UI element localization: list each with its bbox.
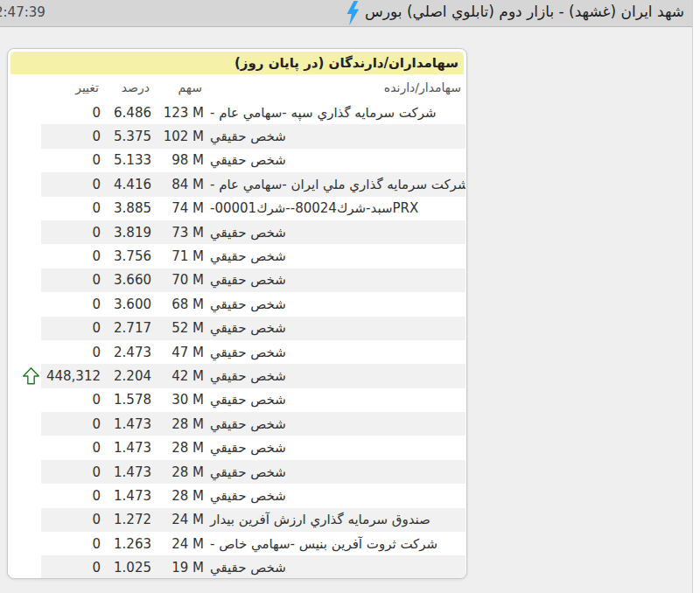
holder-name: شرکت سرمايه گذاري سپه -سهامي عام - — [206, 101, 466, 124]
percent-value: 3.600 — [103, 292, 154, 316]
panel-title: سهامداران/دارندگان (در پايان روز) — [10, 52, 464, 74]
table-row: شخص حقيقي 28 M 1.473 0 — [8, 412, 466, 436]
holder-name: شخص حقيقي — [206, 292, 466, 316]
table-row: شرکت سرمايه گذاري ملي ايران -سهامي عام -… — [8, 172, 466, 196]
column-header-percent: درصد — [103, 80, 154, 94]
change-direction-cell — [17, 388, 41, 412]
shares-value: 52 M — [154, 317, 206, 340]
change-direction-cell — [17, 292, 41, 316]
table-header-row: سهامدار/دارنده سهم درصد تغيير — [8, 74, 466, 101]
change-direction-cell — [17, 244, 41, 268]
table-row: شخص حقيقي 102 M 5.375 0 — [8, 124, 466, 148]
change-direction-cell — [17, 484, 41, 507]
change-value: 0 — [41, 197, 103, 220]
change-value: 0 — [41, 269, 103, 292]
change-value: 0 — [41, 317, 103, 340]
table-row: شخص حقيقي 42 M 2.204 448,312 — [8, 364, 466, 387]
scrollbar-gutter[interactable] — [692, 0, 700, 593]
change-value: 0 — [41, 388, 103, 412]
holder-name: شخص حقيقي — [206, 555, 466, 579]
percent-value: 2.204 — [103, 364, 154, 387]
table-row: شخص حقيقي 19 M 1.025 0 — [8, 555, 466, 579]
holder-name: شخص حقيقي — [206, 436, 466, 459]
shares-value: 84 M — [154, 172, 206, 196]
percent-value: 3.660 — [103, 269, 154, 292]
change-value: 0 — [41, 436, 103, 459]
change-value: 0 — [41, 340, 103, 364]
change-direction-cell — [17, 220, 41, 244]
change-value: 0 — [41, 555, 103, 579]
change-value: 0 — [41, 149, 103, 172]
percent-value: 1.473 — [103, 436, 154, 459]
window-titlebar: 2:47:39 شهد ايران (غشهد) - بازار دوم (تا… — [0, 0, 692, 27]
change-value: 0 — [41, 412, 103, 436]
shares-value: 68 M — [154, 292, 206, 316]
instrument-title: شهد ايران (غشهد) - بازار دوم (تابلوي اصل… — [365, 3, 684, 20]
change-direction-cell — [17, 101, 41, 124]
shares-value: 28 M — [154, 484, 206, 507]
holder-name: صندوق سرمايه گذاري ارزش آفرين بيدار — [206, 508, 466, 532]
shares-value: 98 M — [154, 149, 206, 172]
change-direction-cell — [17, 436, 41, 459]
percent-value: 3.756 — [103, 244, 154, 268]
table-row: شخص حقيقي 52 M 2.717 0 — [8, 317, 466, 340]
shares-value: 74 M — [154, 197, 206, 220]
table-row: شخص حقيقي 47 M 2.473 0 — [8, 340, 466, 364]
shares-value: 123 M — [154, 101, 206, 124]
shares-value: 24 M — [154, 532, 206, 555]
change-value: 448,312 — [41, 364, 103, 387]
table-row: شخص حقيقي 28 M 1.473 0 — [8, 484, 466, 507]
change-direction-cell — [17, 317, 41, 340]
percent-value: 5.133 — [103, 149, 154, 172]
change-direction-cell — [17, 340, 41, 364]
shares-value: 42 M — [154, 364, 206, 387]
change-value: 0 — [41, 172, 103, 196]
column-header-holder: سهامدار/دارنده — [206, 80, 466, 94]
table-row: شرکت ثروت آفرين بنيس -سهامي خاص - 24 M 1… — [8, 532, 466, 555]
holder-name: شرکت ثروت آفرين بنيس -سهامي خاص - — [206, 532, 466, 555]
change-direction-cell — [17, 460, 41, 484]
shares-value: 73 M — [154, 220, 206, 244]
holder-name: شرکت سرمايه گذاري ملي ايران -سهامي عام - — [206, 172, 466, 196]
change-direction-cell — [17, 197, 41, 220]
holder-name: شخص حقيقي — [206, 317, 466, 340]
holder-name: شخص حقيقي — [206, 484, 466, 507]
shares-value: 47 M — [154, 340, 206, 364]
holder-name: شخص حقيقي — [206, 244, 466, 268]
percent-value: 1.473 — [103, 484, 154, 507]
percent-value: 6.486 — [103, 101, 154, 124]
holder-name: شخص حقيقي — [206, 412, 466, 436]
table-row: PRXسبد-شرك80024--شرك00001- 74 M 3.885 0 — [8, 197, 466, 220]
shares-value: 28 M — [154, 436, 206, 459]
holder-name: PRXسبد-شرك80024--شرك00001- — [206, 197, 466, 220]
table-row: شخص حقيقي 28 M 1.473 0 — [8, 460, 466, 484]
change-value: 0 — [41, 220, 103, 244]
shares-value: 102 M — [154, 124, 206, 148]
holder-name: شخص حقيقي — [206, 460, 466, 484]
table-row: شخص حقيقي 98 M 5.133 0 — [8, 149, 466, 172]
change-value: 0 — [41, 460, 103, 484]
percent-value: 3.819 — [103, 220, 154, 244]
table-row: شرکت سرمايه گذاري سپه -سهامي عام - 123 M… — [8, 101, 466, 124]
change-direction-cell — [17, 364, 41, 387]
change-value: 0 — [41, 124, 103, 148]
holders-rows: شرکت سرمايه گذاري سپه -سهامي عام - 123 M… — [8, 101, 466, 579]
change-direction-cell — [17, 532, 41, 555]
shares-value: 28 M — [154, 460, 206, 484]
lightning-icon — [345, 1, 360, 25]
change-direction-cell — [17, 124, 41, 148]
table-row: صندوق سرمايه گذاري ارزش آفرين بيدار 24 M… — [8, 508, 466, 532]
shares-value: 28 M — [154, 412, 206, 436]
change-direction-cell — [17, 412, 41, 436]
shares-value: 30 M — [154, 388, 206, 412]
change-value: 0 — [41, 244, 103, 268]
percent-value: 1.263 — [103, 532, 154, 555]
percent-value: 2.473 — [103, 340, 154, 364]
holder-name: شخص حقيقي — [206, 388, 466, 412]
percent-value: 1.578 — [103, 388, 154, 412]
holder-name: شخص حقيقي — [206, 220, 466, 244]
percent-value: 1.272 — [103, 508, 154, 532]
clock-time: 2:47:39 — [0, 4, 46, 20]
change-value: 0 — [41, 101, 103, 124]
percent-value: 4.416 — [103, 172, 154, 196]
